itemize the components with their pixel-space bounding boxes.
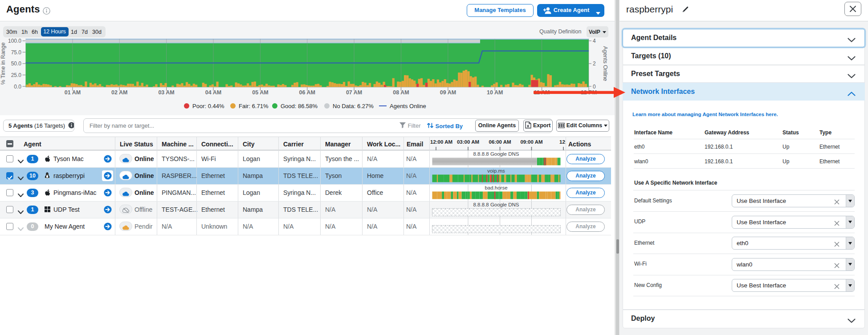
svg-text:02 AM: 02 AM — [111, 89, 127, 96]
svg-text:% Time in Range: % Time in Range — [0, 42, 6, 85]
svg-text:25.0: 25.0 — [11, 72, 22, 78]
svg-text:bad.horse: bad.horse — [485, 185, 507, 190]
svg-text:8.8.8.8 Google DNS: 8.8.8.8 Google DNS — [473, 151, 519, 157]
svg-text:03:00 AM: 03:00 AM — [457, 139, 479, 145]
svg-text:voip.ms: voip.ms — [487, 168, 505, 174]
svg-text:09:00 AM: 09:00 AM — [520, 139, 542, 145]
svg-text:50.0: 50.0 — [11, 61, 22, 67]
svg-text:0.0: 0.0 — [14, 84, 21, 90]
svg-text:100.0: 100.0 — [8, 38, 21, 44]
svg-text:8.8.8.8 Google DNS: 8.8.8.8 Google DNS — [473, 202, 519, 207]
svg-text:4: 4 — [593, 38, 596, 44]
svg-text:05 AM: 05 AM — [252, 89, 268, 96]
svg-text:12:00 AM: 12:00 AM — [430, 139, 452, 145]
svg-text:09 AM: 09 AM — [440, 89, 456, 96]
svg-text:03 AM: 03 AM — [158, 89, 174, 96]
svg-text:01 AM: 01 AM — [65, 89, 81, 96]
svg-text:2: 2 — [593, 61, 596, 67]
svg-text:Agents Online: Agents Online — [602, 46, 608, 81]
svg-text:12:: 12: — [559, 139, 566, 145]
svg-text:75.0: 75.0 — [11, 49, 22, 56]
svg-text:08 AM: 08 AM — [393, 89, 409, 96]
svg-text:06 AM: 06 AM — [299, 89, 315, 96]
svg-text:06:00 AM: 06:00 AM — [489, 139, 511, 145]
svg-text:07 AM: 07 AM — [346, 89, 362, 96]
svg-text:04 AM: 04 AM — [205, 89, 221, 96]
svg-text:10 AM: 10 AM — [487, 89, 503, 96]
